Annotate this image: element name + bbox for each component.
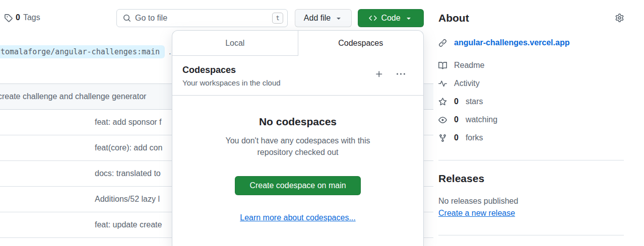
commit-message[interactable]: docs: translated to <box>95 169 161 178</box>
code-button-label: Code <box>381 14 400 23</box>
website-link[interactable]: angular-challenges.vercel.app <box>454 38 569 47</box>
create-codespace-button[interactable]: Create codespace on main <box>235 176 360 195</box>
readme-label: Readme <box>454 61 484 70</box>
branch-ref-code[interactable]: tomalaforge/angular-challenges:main <box>0 45 165 58</box>
search-placeholder: Go to file <box>135 14 268 23</box>
link-icon <box>438 39 447 47</box>
new-codespace-button[interactable] <box>375 70 383 78</box>
commit-message[interactable]: feat: update create <box>95 220 162 229</box>
forks-count: 0 <box>454 133 459 142</box>
no-releases-text: No releases published <box>438 197 624 206</box>
plus-icon <box>375 70 383 78</box>
keyboard-shortcut-badge: t <box>272 13 283 24</box>
tags-label: Tags <box>23 13 40 22</box>
commit-message[interactable]: Additions/52 lazy l <box>95 195 160 204</box>
no-codespaces-title: No codespaces <box>172 116 423 128</box>
tab-codespaces[interactable]: Codespaces <box>298 31 424 56</box>
commit-message[interactable]: feat(core): add con <box>95 143 162 152</box>
codespaces-more-options-button[interactable] <box>397 70 405 78</box>
code-button[interactable]: Code <box>358 9 424 27</box>
sidebar-item-readme[interactable]: Readme <box>438 60 624 70</box>
activity-label: Activity <box>454 79 480 88</box>
sidebar-item-forks[interactable]: 0 forks <box>438 133 624 143</box>
tags-summary[interactable]: 0 Tags <box>4 13 40 22</box>
branch-banner-suffix: . <box>169 47 171 56</box>
tag-icon <box>4 14 13 22</box>
go-to-file-search[interactable]: Go to file t <box>116 9 288 27</box>
book-icon <box>438 61 447 70</box>
sidebar-item-watching[interactable]: 0 watching <box>438 115 624 125</box>
codespaces-panel-header: Codespaces Your workspaces in the cloud <box>172 56 423 96</box>
chevron-down-icon <box>335 14 343 22</box>
releases-title: Releases <box>438 173 624 185</box>
repo-forked-icon <box>438 134 447 142</box>
repo-sidebar: About angular-challenges.vercel.app Read… <box>438 0 624 246</box>
code-icon <box>369 14 377 22</box>
no-codespaces-description: You don't have any codespaces with this … <box>220 135 376 158</box>
code-dropdown-tabs: Local Codespaces <box>172 31 423 56</box>
sidebar-item-activity[interactable]: Activity <box>438 78 624 89</box>
codespaces-subtitle: Your workspaces in the cloud <box>182 78 413 87</box>
branch-status-banner: tomalaforge/angular-challenges:main . <box>0 45 171 58</box>
about-title: About <box>438 12 624 24</box>
sidebar-divider <box>438 160 624 160</box>
add-file-button[interactable]: Add file <box>295 9 352 27</box>
sidebar-item-stars[interactable]: 0 stars <box>438 97 624 107</box>
kebab-horizontal-icon <box>397 70 405 78</box>
tab-local[interactable]: Local <box>172 31 298 56</box>
search-icon <box>123 14 131 22</box>
watching-label: watching <box>466 115 497 124</box>
chevron-down-icon <box>405 14 413 22</box>
stars-count: 0 <box>454 97 459 106</box>
eye-icon <box>438 116 447 124</box>
latest-commit-message[interactable]: create challenge and challenge generator <box>0 92 146 101</box>
commit-message[interactable]: feat: add sponsor f <box>95 118 162 127</box>
tags-count: 0 <box>16 13 20 22</box>
sidebar-divider <box>438 235 624 235</box>
forks-label: forks <box>466 133 483 142</box>
learn-more-codespaces-link[interactable]: Learn more about codespaces... <box>172 213 423 222</box>
pulse-icon <box>438 79 447 88</box>
gear-icon[interactable] <box>615 14 624 22</box>
watching-count: 0 <box>454 115 459 124</box>
codespaces-blankslate: No codespaces You don't have any codespa… <box>172 96 423 222</box>
create-release-link[interactable]: Create a new release <box>438 209 515 218</box>
star-icon <box>438 98 447 106</box>
code-dropdown-panel: Local Codespaces Codespaces Your workspa… <box>172 30 424 246</box>
stars-label: stars <box>466 97 483 106</box>
add-file-label: Add file <box>304 14 331 23</box>
